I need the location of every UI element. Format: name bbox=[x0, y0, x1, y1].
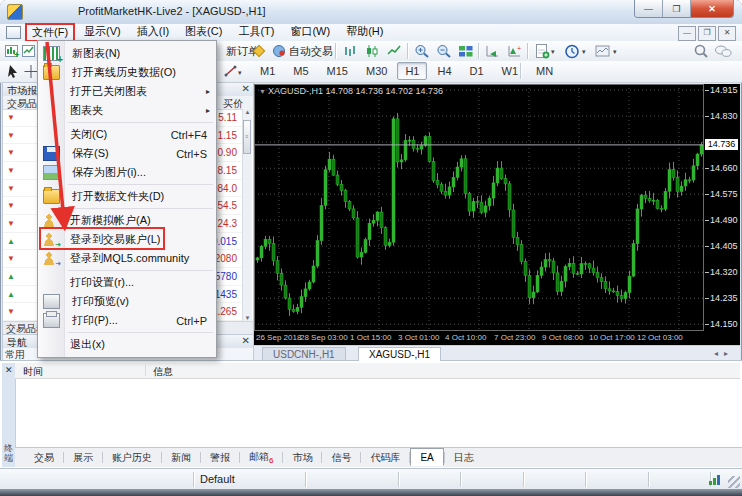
maximize-button[interactable]: ❐ bbox=[663, 0, 691, 17]
timeframe-d1[interactable]: D1 bbox=[462, 62, 492, 80]
mail-badge: 6 bbox=[269, 456, 273, 465]
svg-text:+: + bbox=[517, 45, 521, 52]
user-login-icon bbox=[43, 233, 58, 246]
navigator-close-icon[interactable]: ✕ bbox=[242, 335, 250, 346]
terminal-tab-7[interactable]: 市场 bbox=[283, 449, 321, 467]
timeframe-h4[interactable]: H4 bbox=[429, 62, 459, 80]
file-menu-item-18[interactable]: 打印(P)...Ctrl+P bbox=[38, 311, 216, 330]
template-caret[interactable]: ▾ bbox=[613, 48, 617, 56]
menu-separator bbox=[68, 208, 213, 209]
terminal-tab-10[interactable]: EA bbox=[410, 448, 443, 466]
tab-xagusd[interactable]: XAGUSD-,H1 bbox=[358, 347, 441, 361]
scrollbar-thumb[interactable]: ≡ bbox=[243, 120, 251, 154]
open-chart-icon[interactable] bbox=[20, 42, 38, 60]
add-indicator-icon[interactable] bbox=[533, 42, 551, 60]
timeframe-m30[interactable]: M30 bbox=[358, 62, 395, 80]
price-label: 14.575 bbox=[710, 189, 738, 199]
new-chart-icon[interactable]: + bbox=[3, 42, 21, 60]
terminal-tab-8[interactable]: 信号 bbox=[322, 449, 360, 467]
file-menu-item-10[interactable]: 打开数据文件夹(D) bbox=[38, 187, 216, 206]
file-menu-item-2[interactable]: 打开离线历史数据(O) bbox=[38, 63, 216, 82]
file-menu-item-17[interactable]: 打印预览(v) bbox=[38, 292, 216, 311]
price-tick bbox=[705, 220, 709, 221]
timeframe-h1[interactable]: H1 bbox=[397, 62, 427, 80]
market-watch-close-icon[interactable]: ✕ bbox=[242, 83, 250, 94]
terminal-tab-2[interactable]: 展示 bbox=[64, 449, 102, 467]
file-menu-item-16[interactable]: 打印设置(r)... bbox=[38, 273, 216, 292]
menubar-item-6[interactable]: 窗口(W) bbox=[283, 23, 337, 42]
tile-windows-icon[interactable] bbox=[457, 42, 475, 60]
chart-plot[interactable] bbox=[254, 84, 704, 331]
file-menu-item-3[interactable]: 打开已关闭图表▸ bbox=[38, 82, 216, 101]
file-menu-item-6[interactable]: 关闭(C)Ctrl+F4 bbox=[38, 125, 216, 144]
chart-window[interactable]: ▼ XAGUSD-,H1 14.708 14.736 14.702 14.736… bbox=[254, 84, 740, 345]
file-menu-item-14[interactable]: 登录到MQL5.community bbox=[38, 249, 216, 268]
bar-chart-type-icon[interactable] bbox=[341, 42, 359, 60]
mdi-minimize-button[interactable]: — bbox=[678, 26, 696, 41]
tab-usdcnh[interactable]: USDCNH-,H1 bbox=[262, 347, 346, 361]
zoom-in-icon[interactable] bbox=[413, 42, 431, 60]
file-menu-item-8[interactable]: 保存为图片(i)... bbox=[38, 163, 216, 182]
file-menu-item-label: 开新模拟帐户(A) bbox=[70, 213, 151, 228]
candlestick-type-icon[interactable] bbox=[363, 42, 381, 60]
terminal-tab-11[interactable]: 日志 bbox=[445, 449, 483, 467]
menubar-item-5[interactable]: 工具(T) bbox=[231, 23, 281, 42]
line-chart-type-icon[interactable] bbox=[385, 42, 403, 60]
file-menu-item-13[interactable]: 登录到交易账户(L) bbox=[38, 230, 216, 249]
file-menu-item-7[interactable]: 保存(S)Ctrl+S bbox=[38, 144, 216, 163]
arrange-horizontal-icon[interactable] bbox=[484, 42, 502, 60]
search-icon[interactable] bbox=[692, 42, 710, 60]
timeframe-mn[interactable]: MN bbox=[528, 62, 561, 80]
resize-grip[interactable] bbox=[728, 476, 740, 488]
menubar-item-7[interactable]: 帮助(H) bbox=[339, 23, 390, 42]
connection-status-icon bbox=[709, 474, 720, 485]
template-icon[interactable] bbox=[594, 42, 612, 60]
menu-shortcut: Ctrl+P bbox=[176, 315, 207, 327]
app-icon bbox=[7, 4, 23, 20]
file-menu-item-1[interactable]: 新图表(N) bbox=[38, 44, 216, 63]
timeframe-w1[interactable]: W1 bbox=[494, 62, 527, 80]
arrange-vertical-icon[interactable]: + bbox=[506, 42, 524, 60]
tab-scroll-arrows[interactable]: ◂▸ bbox=[714, 349, 734, 358]
file-menu-item-label: 打印(P)... bbox=[72, 313, 118, 328]
arrow-up-icon: ▲ bbox=[5, 272, 17, 281]
autotrading-button[interactable]: 自动交易 bbox=[289, 44, 333, 59]
mail-icon[interactable] bbox=[250, 42, 268, 60]
add-indicator-caret[interactable]: ▾ bbox=[551, 48, 555, 56]
timeframe-m1[interactable]: M1 bbox=[252, 62, 283, 80]
minimize-button[interactable]: — bbox=[635, 0, 663, 17]
period-clock-icon[interactable] bbox=[563, 42, 581, 60]
timeframe-m15[interactable]: M15 bbox=[319, 62, 356, 80]
period-caret[interactable]: ▾ bbox=[582, 48, 586, 56]
cursor-icon[interactable] bbox=[4, 62, 22, 80]
no-icon bbox=[43, 128, 58, 141]
symbol-price: 2080 bbox=[215, 253, 237, 264]
close-button[interactable]: ✕ bbox=[691, 0, 733, 17]
terminal-tab-4[interactable]: 新闻 bbox=[162, 449, 200, 467]
file-menu-item-4[interactable]: 图表夹▸ bbox=[38, 101, 216, 120]
menu-separator bbox=[68, 184, 213, 185]
terminal-tab-5[interactable]: 警报 bbox=[201, 449, 239, 467]
arrow-down-icon: ▼ bbox=[5, 148, 17, 157]
mdi-close-button[interactable]: ✕ bbox=[718, 26, 736, 41]
mdi-restore-button[interactable]: ❐ bbox=[698, 26, 716, 41]
file-menu-item-20[interactable]: 退出(x) bbox=[38, 335, 216, 354]
zoom-out-icon[interactable] bbox=[435, 42, 453, 60]
terminal-tab-9[interactable]: 代码库 bbox=[361, 449, 409, 467]
file-menu-item-12[interactable]: 开新模拟帐户(A) bbox=[38, 211, 216, 230]
autotrading-icon[interactable] bbox=[271, 42, 289, 60]
timeframe-m5[interactable]: M5 bbox=[285, 62, 316, 80]
chevron-down-icon: ▼ bbox=[259, 88, 268, 95]
terminal-close-icon[interactable]: ✕ bbox=[5, 365, 13, 375]
draw-tool-caret[interactable]: ▾ bbox=[238, 69, 242, 77]
chat-icon[interactable] bbox=[714, 42, 732, 60]
terminal-tab-1[interactable]: 交易 bbox=[25, 449, 63, 467]
price-tick bbox=[705, 116, 709, 117]
terminal-tab-3[interactable]: 账户历史 bbox=[103, 449, 161, 467]
terminal-tab-6[interactable]: 邮箱6 bbox=[240, 448, 282, 467]
arrow-up-icon: ▲ bbox=[5, 237, 17, 246]
market-watch-scrollbar[interactable]: ▲ ≡ ▼ bbox=[242, 109, 252, 321]
arrow-down-icon: ▼ bbox=[5, 307, 17, 316]
time-label: 3 Oct 01:00 bbox=[398, 333, 439, 342]
title-bar: ProfitMarketHK-Live2 - [XAGUSD-,H1] — ❐ … bbox=[0, 0, 742, 25]
